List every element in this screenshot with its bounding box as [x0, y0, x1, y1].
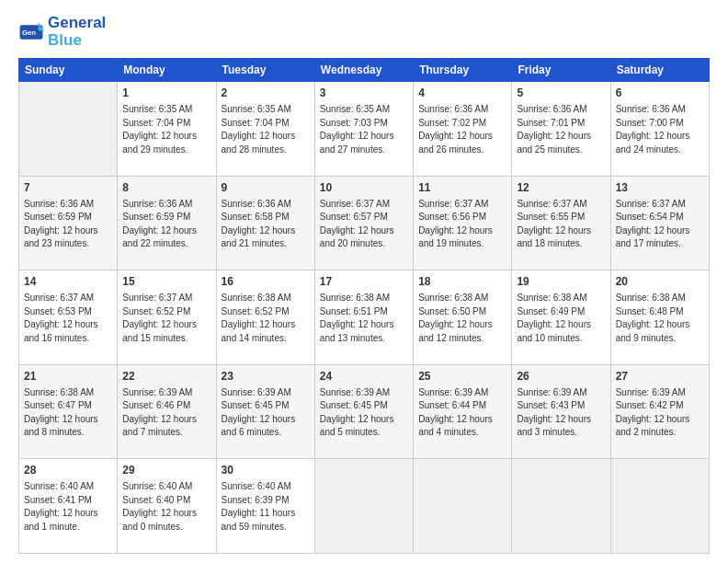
day-info: Sunrise: 6:40 AM Sunset: 6:39 PM Dayligh… [222, 480, 310, 534]
calendar-cell: 14Sunrise: 6:37 AM Sunset: 6:53 PM Dayli… [19, 270, 118, 365]
day-info: Sunrise: 6:39 AM Sunset: 6:43 PM Dayligh… [517, 386, 605, 440]
day-info: Sunrise: 6:36 AM Sunset: 7:01 PM Dayligh… [517, 103, 605, 156]
day-info: Sunrise: 6:37 AM Sunset: 6:57 PM Dayligh… [320, 198, 408, 251]
day-number: 2 [222, 86, 310, 101]
day-info: Sunrise: 6:37 AM Sunset: 6:56 PM Dayligh… [418, 198, 506, 251]
day-info: Sunrise: 6:38 AM Sunset: 6:52 PM Dayligh… [222, 292, 310, 345]
calendar-cell: 18Sunrise: 6:38 AM Sunset: 6:50 PM Dayli… [414, 270, 512, 365]
calendar-cell: 11Sunrise: 6:37 AM Sunset: 6:56 PM Dayli… [414, 176, 512, 270]
day-info: Sunrise: 6:36 AM Sunset: 6:59 PM Dayligh… [122, 198, 210, 251]
calendar-week-3: 14Sunrise: 6:37 AM Sunset: 6:53 PM Dayli… [19, 270, 710, 365]
day-number: 27 [616, 369, 704, 385]
day-number: 22 [122, 369, 210, 385]
calendar-cell: 28Sunrise: 6:40 AM Sunset: 6:41 PM Dayli… [19, 459, 118, 554]
calendar-cell [512, 459, 610, 554]
calendar-cell: 30Sunrise: 6:40 AM Sunset: 6:39 PM Dayli… [216, 459, 314, 554]
day-number: 26 [517, 369, 605, 385]
day-number: 10 [320, 180, 408, 196]
calendar-table: SundayMondayTuesdayWednesdayThursdayFrid… [18, 58, 710, 554]
day-number: 13 [616, 180, 704, 196]
day-number: 3 [320, 86, 408, 101]
day-info: Sunrise: 6:38 AM Sunset: 6:50 PM Dayligh… [418, 292, 506, 345]
weekday-header-tuesday: Tuesday [216, 59, 314, 82]
calendar-cell: 23Sunrise: 6:39 AM Sunset: 6:45 PM Dayli… [216, 364, 314, 459]
calendar-cell [314, 459, 413, 554]
calendar-cell: 7Sunrise: 6:36 AM Sunset: 6:59 PM Daylig… [19, 176, 118, 270]
calendar-week-5: 28Sunrise: 6:40 AM Sunset: 6:41 PM Dayli… [19, 459, 710, 554]
calendar-week-1: 1Sunrise: 6:35 AM Sunset: 7:04 PM Daylig… [19, 82, 710, 177]
weekday-header-thursday: Thursday [414, 59, 512, 82]
weekday-header-wednesday: Wednesday [314, 59, 413, 82]
calendar-cell: 27Sunrise: 6:39 AM Sunset: 6:42 PM Dayli… [610, 364, 709, 459]
day-info: Sunrise: 6:37 AM Sunset: 6:55 PM Dayligh… [517, 198, 605, 251]
day-number: 12 [517, 180, 605, 196]
day-info: Sunrise: 6:38 AM Sunset: 6:48 PM Dayligh… [616, 292, 704, 345]
day-number: 1 [122, 86, 210, 101]
day-number: 30 [222, 463, 310, 478]
calendar-cell: 13Sunrise: 6:37 AM Sunset: 6:54 PM Dayli… [610, 176, 709, 270]
logo-text: General Blue [48, 15, 106, 49]
weekday-header-sunday: Sunday [19, 59, 118, 82]
day-number: 23 [222, 369, 310, 385]
calendar-cell [610, 459, 709, 554]
logo: Gen General Blue [18, 15, 106, 49]
calendar-cell: 29Sunrise: 6:40 AM Sunset: 6:40 PM Dayli… [118, 459, 216, 554]
day-info: Sunrise: 6:38 AM Sunset: 6:51 PM Dayligh… [320, 292, 408, 345]
logo-icon: Gen [18, 19, 44, 45]
calendar-cell: 10Sunrise: 6:37 AM Sunset: 6:57 PM Dayli… [314, 176, 413, 270]
weekday-header-friday: Friday [512, 59, 610, 82]
day-info: Sunrise: 6:35 AM Sunset: 7:04 PM Dayligh… [122, 103, 210, 156]
calendar-cell: 8Sunrise: 6:36 AM Sunset: 6:59 PM Daylig… [118, 176, 216, 270]
day-number: 7 [24, 180, 112, 196]
calendar-cell: 6Sunrise: 6:36 AM Sunset: 7:00 PM Daylig… [610, 82, 709, 177]
day-number: 9 [222, 180, 310, 196]
day-number: 21 [24, 369, 112, 385]
day-info: Sunrise: 6:39 AM Sunset: 6:42 PM Dayligh… [616, 386, 704, 440]
day-number: 15 [122, 274, 210, 290]
calendar-cell [19, 82, 118, 177]
calendar-header-row: SundayMondayTuesdayWednesdayThursdayFrid… [19, 59, 710, 82]
calendar-cell: 3Sunrise: 6:35 AM Sunset: 7:03 PM Daylig… [314, 82, 413, 177]
day-number: 29 [122, 463, 210, 478]
day-number: 5 [517, 86, 605, 101]
calendar-cell: 25Sunrise: 6:39 AM Sunset: 6:44 PM Dayli… [414, 364, 512, 459]
calendar-cell: 24Sunrise: 6:39 AM Sunset: 6:45 PM Dayli… [314, 364, 413, 459]
day-info: Sunrise: 6:35 AM Sunset: 7:04 PM Dayligh… [222, 103, 310, 156]
day-number: 16 [222, 274, 310, 290]
calendar-cell: 1Sunrise: 6:35 AM Sunset: 7:04 PM Daylig… [118, 82, 216, 177]
day-info: Sunrise: 6:40 AM Sunset: 6:40 PM Dayligh… [122, 480, 210, 534]
day-info: Sunrise: 6:40 AM Sunset: 6:41 PM Dayligh… [24, 480, 112, 534]
weekday-header-monday: Monday [118, 59, 216, 82]
calendar-cell: 15Sunrise: 6:37 AM Sunset: 6:52 PM Dayli… [118, 270, 216, 365]
calendar-cell: 17Sunrise: 6:38 AM Sunset: 6:51 PM Dayli… [314, 270, 413, 365]
day-info: Sunrise: 6:37 AM Sunset: 6:53 PM Dayligh… [24, 292, 112, 345]
day-info: Sunrise: 6:35 AM Sunset: 7:03 PM Dayligh… [320, 103, 408, 156]
day-info: Sunrise: 6:37 AM Sunset: 6:52 PM Dayligh… [122, 292, 210, 345]
day-number: 17 [320, 274, 408, 290]
calendar-cell [414, 459, 512, 554]
header: Gen General Blue [18, 15, 710, 49]
day-number: 8 [122, 180, 210, 196]
day-number: 19 [517, 274, 605, 290]
svg-text:Gen: Gen [22, 29, 36, 37]
day-number: 24 [320, 369, 408, 385]
day-info: Sunrise: 6:37 AM Sunset: 6:54 PM Dayligh… [616, 198, 704, 251]
day-info: Sunrise: 6:39 AM Sunset: 6:46 PM Dayligh… [122, 386, 210, 440]
day-number: 14 [24, 274, 112, 290]
calendar-cell: 9Sunrise: 6:36 AM Sunset: 6:58 PM Daylig… [216, 176, 314, 270]
calendar-cell: 12Sunrise: 6:37 AM Sunset: 6:55 PM Dayli… [512, 176, 610, 270]
calendar-cell: 21Sunrise: 6:38 AM Sunset: 6:47 PM Dayli… [19, 364, 118, 459]
day-number: 28 [24, 463, 112, 478]
calendar-week-4: 21Sunrise: 6:38 AM Sunset: 6:47 PM Dayli… [19, 364, 710, 459]
day-info: Sunrise: 6:38 AM Sunset: 6:49 PM Dayligh… [517, 292, 605, 345]
calendar-cell: 5Sunrise: 6:36 AM Sunset: 7:01 PM Daylig… [512, 82, 610, 177]
calendar-cell: 16Sunrise: 6:38 AM Sunset: 6:52 PM Dayli… [216, 270, 314, 365]
day-info: Sunrise: 6:39 AM Sunset: 6:45 PM Dayligh… [222, 386, 310, 440]
day-number: 18 [418, 274, 506, 290]
calendar-cell: 19Sunrise: 6:38 AM Sunset: 6:49 PM Dayli… [512, 270, 610, 365]
day-number: 20 [616, 274, 704, 290]
day-info: Sunrise: 6:39 AM Sunset: 6:45 PM Dayligh… [320, 386, 408, 440]
day-number: 4 [418, 86, 506, 101]
calendar-cell: 26Sunrise: 6:39 AM Sunset: 6:43 PM Dayli… [512, 364, 610, 459]
weekday-header-saturday: Saturday [610, 59, 709, 82]
